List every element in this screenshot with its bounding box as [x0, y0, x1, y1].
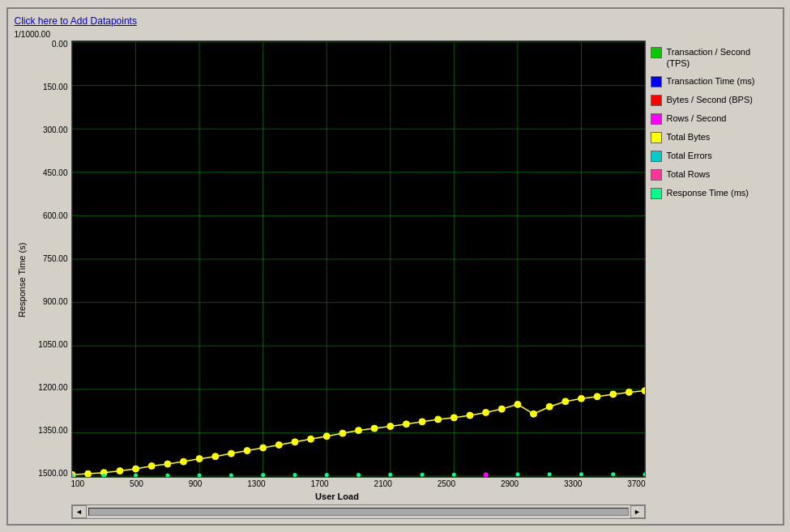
svg-point-28 — [164, 460, 170, 466]
svg-point-44 — [419, 418, 425, 424]
svg-point-58 — [642, 387, 645, 394]
svg-point-42 — [386, 423, 393, 429]
svg-point-68 — [357, 473, 361, 477]
x-axis-container: User Load — [29, 490, 646, 501]
svg-point-56 — [609, 390, 616, 397]
y-axis-label: Response Time (s) — [15, 40, 29, 519]
chart-and-xaxis: 1500.001350.001200.001050.00900.00750.00… — [29, 40, 646, 519]
svg-point-66 — [293, 473, 297, 477]
legend-label-text: Rows / Second — [667, 113, 727, 124]
chart-canvas-area — [71, 40, 646, 478]
svg-point-73 — [515, 472, 519, 476]
add-datapoints-link[interactable]: Click here to Add Datapoints — [15, 15, 776, 27]
y-tick-label: 150.00 — [29, 83, 68, 92]
legend-color-swatch — [651, 95, 662, 106]
svg-point-43 — [403, 420, 409, 427]
svg-point-49 — [498, 406, 505, 412]
legend-label-text: Transaction / Second (TPS) — [667, 46, 776, 70]
legend-color-swatch — [651, 113, 662, 125]
x-tick-label: 3300 — [564, 479, 582, 488]
svg-point-38 — [323, 432, 330, 439]
legend-item: Rows / Second — [651, 113, 776, 125]
svg-point-67 — [324, 473, 328, 477]
legend-item: Response Time (ms) — [651, 187, 776, 199]
y-tick-label: 600.00 — [29, 212, 68, 220]
chart-svg — [72, 41, 645, 477]
y-tick-label: 1350.00 — [29, 427, 68, 435]
svg-point-70 — [420, 472, 424, 476]
svg-point-23 — [84, 470, 91, 477]
svg-point-27 — [148, 462, 155, 469]
y-tick-label: 900.00 — [29, 298, 68, 306]
svg-point-45 — [434, 415, 441, 422]
svg-point-30 — [196, 455, 203, 462]
legend-label-text: Total Rows — [667, 168, 711, 180]
legend-label-text: Transaction Time (ms) — [667, 75, 755, 87]
legend-label-text: Response Time (ms) — [667, 187, 749, 198]
svg-point-51 — [530, 411, 536, 417]
legend-item: Transaction Time (ms) — [651, 75, 776, 87]
x-tick-label: 2100 — [374, 479, 392, 488]
x-tick-label: 1700 — [310, 479, 328, 488]
scroll-right-button[interactable]: ► — [630, 505, 645, 518]
legend-color-swatch — [651, 188, 662, 199]
x-tick-label: 3700 — [627, 479, 645, 488]
legend-label-text: Total Errors — [667, 150, 712, 161]
svg-point-29 — [180, 458, 186, 465]
y-tick-label: 300.00 — [29, 126, 68, 134]
svg-point-26 — [132, 466, 139, 472]
svg-point-55 — [594, 393, 600, 399]
scroll-left-button[interactable]: ◄ — [72, 505, 87, 518]
svg-point-71 — [451, 472, 455, 476]
chart-area: 1/1000.00 Response Time (s) 1500.001350.… — [15, 30, 776, 519]
x-tick-label: 500 — [130, 479, 143, 488]
svg-point-48 — [482, 409, 489, 415]
y-tick-label: 0.00 — [29, 40, 68, 49]
legend-color-swatch — [651, 151, 662, 162]
legend-label-text: Bytes / Second (BPS) — [667, 94, 753, 105]
y-tick-label: 1200.00 — [29, 384, 68, 392]
legend-color-swatch — [651, 132, 662, 143]
y-scale-label: 1/1000.00 — [15, 30, 51, 39]
svg-point-50 — [514, 401, 520, 407]
svg-point-41 — [371, 425, 378, 432]
x-tick-label: 2500 — [438, 479, 455, 488]
y-tick-label: 1050.00 — [29, 341, 68, 349]
svg-point-37 — [307, 436, 314, 442]
scrollbar: ◄ ► — [71, 504, 646, 519]
legend: Transaction / Second (TPS)Transaction Ti… — [651, 30, 776, 519]
y-ticks-column: 1500.001350.001200.001050.00900.00750.00… — [29, 40, 71, 478]
y-tick-label: 1500.00 — [29, 470, 68, 478]
svg-point-40 — [355, 427, 361, 433]
x-tick-label: 2900 — [501, 479, 519, 488]
legend-item: Bytes / Second (BPS) — [651, 94, 776, 106]
x-axis-title: User Load — [315, 492, 359, 501]
legend-item: Total Bytes — [651, 131, 776, 143]
legend-label-text: Total Bytes — [667, 131, 711, 143]
legend-color-swatch — [651, 169, 662, 181]
legend-color-swatch — [651, 47, 662, 58]
svg-point-33 — [244, 447, 250, 453]
svg-point-52 — [546, 403, 553, 410]
svg-point-39 — [339, 430, 345, 436]
svg-point-32 — [228, 450, 234, 457]
svg-point-53 — [562, 398, 568, 404]
svg-point-57 — [626, 389, 632, 395]
svg-point-34 — [259, 444, 266, 450]
svg-point-25 — [116, 467, 122, 474]
svg-point-35 — [275, 441, 282, 448]
x-tick-label: 1300 — [247, 479, 265, 488]
svg-point-31 — [211, 453, 218, 459]
svg-point-76 — [611, 472, 615, 476]
x-axis-labels: 1005009001300170021002500290033003700 — [71, 478, 646, 490]
svg-point-65 — [261, 473, 265, 477]
y-tick-label: 450.00 — [29, 169, 68, 177]
y-tick-label: 750.00 — [29, 255, 68, 263]
svg-point-75 — [579, 472, 583, 476]
chart-with-axes: 1/1000.00 Response Time (s) 1500.001350.… — [15, 30, 646, 519]
svg-point-74 — [547, 472, 551, 476]
svg-point-69 — [388, 472, 392, 476]
x-tick-label: 100 — [71, 479, 85, 488]
x-tick-label: 900 — [189, 479, 203, 488]
scroll-track[interactable] — [88, 508, 629, 516]
